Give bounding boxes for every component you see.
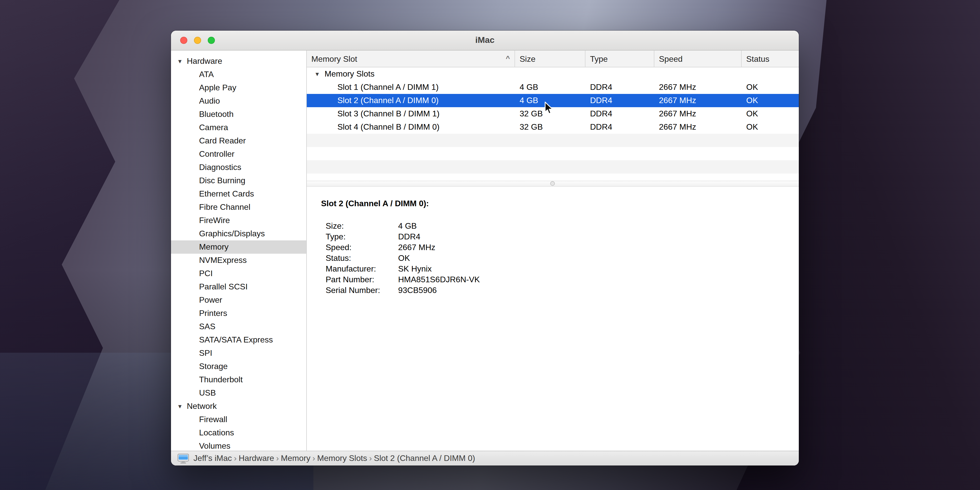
detail-field-value: OK — [398, 253, 789, 263]
sidebar-item-card-reader[interactable]: Card Reader — [171, 134, 306, 148]
column-header-speed[interactable]: Speed — [654, 51, 741, 67]
disclosure-triangle-icon[interactable]: ▼ — [177, 55, 187, 68]
table-empty-area[interactable] — [307, 134, 799, 181]
column-header-type[interactable]: Type — [585, 51, 654, 67]
sidebar-item-disc-burning[interactable]: Disc Burning — [171, 174, 306, 187]
sidebar-item-power[interactable]: Power — [171, 293, 306, 307]
disclosure-triangle-icon[interactable]: ▼ — [314, 71, 320, 77]
sidebar-item-label: Disc Burning — [199, 174, 245, 187]
sidebar-item-storage[interactable]: Storage — [171, 360, 306, 373]
cell-type: DDR4 — [585, 109, 654, 118]
disclosure-triangle-icon[interactable]: ▼ — [177, 400, 187, 413]
sidebar-item-volumes[interactable]: Volumes — [171, 439, 306, 451]
sidebar-item-thunderbolt[interactable]: Thunderbolt — [171, 373, 306, 387]
table-row-slot-2-channel-a-dimm-0[interactable]: Slot 2 (Channel A / DIMM 0)4 GBDDR42667 … — [307, 94, 799, 107]
sidebar-item-camera[interactable]: Camera — [171, 121, 306, 134]
sidebar-item-pci[interactable]: PCI — [171, 267, 306, 280]
sidebar-item-fibre-channel[interactable]: Fibre Channel — [171, 200, 306, 214]
detail-title: Slot 2 (Channel A / DIMM 0): — [321, 199, 789, 208]
group-cell: ▼Memory Slots — [307, 69, 515, 79]
cell-size: 4 GB — [515, 83, 585, 92]
column-header-status[interactable]: Status — [741, 51, 799, 67]
cell-speed: 2667 MHz — [654, 96, 741, 105]
memory-slots-table: ▼Memory SlotsSlot 1 (Channel A / DIMM 1)… — [307, 67, 799, 181]
status-bar: Jeff’s iMac›Hardware›Memory›Memory Slots… — [171, 451, 799, 466]
cell-status: OK — [741, 109, 799, 118]
sidebar-item-memory[interactable]: Memory — [171, 240, 306, 254]
sidebar-item-printers[interactable]: Printers — [171, 307, 306, 320]
sidebar-item-sata-sata-express[interactable]: SATA/SATA Express — [171, 333, 306, 347]
sidebar-item-firewire[interactable]: FireWire — [171, 214, 306, 227]
breadcrumb-item[interactable]: Hardware — [239, 454, 274, 463]
detail-fields: Size:4 GBType:DDR4Speed:2667 MHzStatus:O… — [321, 221, 789, 296]
sidebar-item-controller[interactable]: Controller — [171, 148, 306, 161]
cell-type: DDR4 — [585, 123, 654, 132]
sidebar-item-audio[interactable]: Audio — [171, 94, 306, 108]
sidebar-item-label: SAS — [199, 320, 215, 333]
cell-speed: 2667 MHz — [654, 109, 741, 118]
window-titlebar[interactable]: iMac — [171, 30, 799, 51]
cell-speed: 2667 MHz — [654, 123, 741, 132]
group-label: Memory Slots — [325, 69, 375, 79]
sidebar-item-label: Card Reader — [199, 134, 246, 148]
main-pane: Memory Slot^SizeTypeSpeedStatus ▼Memory … — [307, 51, 799, 451]
table-row-slot-3-channel-b-dimm-1[interactable]: Slot 3 (Channel B / DIMM 1)32 GBDDR42667… — [307, 107, 799, 121]
breadcrumb-item[interactable]: Jeff’s iMac — [193, 454, 232, 463]
detail-field: Serial Number:93CB5906 — [326, 285, 789, 296]
cell-slot: Slot 3 (Channel B / DIMM 1) — [307, 109, 515, 118]
column-header-label: Type — [590, 51, 608, 67]
detail-field-value: DDR4 — [398, 231, 789, 242]
desktop[interactable]: iMac ▼HardwareATAApple PayAudioBluetooth… — [0, 0, 980, 490]
sidebar-item-nvmexpress[interactable]: NVMExpress — [171, 254, 306, 267]
imac-icon — [178, 453, 189, 463]
splitter-handle-icon[interactable] — [550, 181, 555, 186]
sidebar-item-locations[interactable]: Locations — [171, 426, 306, 439]
cell-slot: Slot 1 (Channel A / DIMM 1) — [307, 83, 515, 92]
breadcrumb-separator-icon: › — [274, 454, 281, 463]
detail-field: Speed:2667 MHz — [326, 242, 789, 253]
detail-field-label: Manufacturer: — [326, 263, 398, 274]
sidebar-item-label: Graphics/Displays — [199, 227, 265, 240]
sidebar-section-hardware[interactable]: ▼Hardware — [171, 55, 306, 68]
detail-field-label: Type: — [326, 231, 398, 242]
detail-field: Part Number:HMA851S6DJR6N-VK — [326, 274, 789, 285]
sidebar-item-label: Thunderbolt — [199, 373, 243, 387]
cell-status: OK — [741, 123, 799, 132]
column-header-memory-slot[interactable]: Memory Slot^ — [307, 51, 515, 67]
table-row-slot-4-channel-b-dimm-0[interactable]: Slot 4 (Channel B / DIMM 0)32 GBDDR42667… — [307, 121, 799, 134]
sidebar-item-ethernet-cards[interactable]: Ethernet Cards — [171, 187, 306, 200]
table-row-slot-1-channel-a-dimm-1[interactable]: Slot 1 (Channel A / DIMM 1)4 GBDDR42667 … — [307, 81, 799, 94]
sidebar-item-label: FireWire — [199, 214, 230, 227]
sidebar-item-bluetooth[interactable]: Bluetooth — [171, 108, 306, 121]
sidebar-item-diagnostics[interactable]: Diagnostics — [171, 161, 306, 174]
sidebar-item-label: Locations — [199, 426, 234, 439]
sidebar-item-parallel-scsi[interactable]: Parallel SCSI — [171, 280, 306, 293]
cell-size: 32 GB — [515, 123, 585, 132]
breadcrumb-item[interactable]: Memory Slots — [317, 454, 367, 463]
sidebar-item-ata[interactable]: ATA — [171, 68, 306, 81]
pane-splitter[interactable] — [307, 181, 799, 187]
column-header-label: Status — [746, 51, 770, 67]
memory-slots-group-row[interactable]: ▼Memory Slots — [307, 67, 799, 81]
column-header-size[interactable]: Size — [515, 51, 585, 67]
sidebar-item-sas[interactable]: SAS — [171, 320, 306, 333]
table-header-row: Memory Slot^SizeTypeSpeedStatus — [307, 51, 799, 67]
sidebar-item-label: Firewall — [199, 413, 227, 426]
sidebar-item-label: Volumes — [199, 439, 231, 451]
sidebar-item-label: SPI — [199, 347, 212, 360]
breadcrumb-item[interactable]: Slot 2 (Channel A / DIMM 0) — [374, 454, 475, 463]
sidebar-item-label: Parallel SCSI — [199, 280, 248, 293]
sidebar-item-firewall[interactable]: Firewall — [171, 413, 306, 426]
sidebar-item-apple-pay[interactable]: Apple Pay — [171, 81, 306, 94]
sidebar-item-spi[interactable]: SPI — [171, 347, 306, 360]
column-header-label: Speed — [659, 51, 682, 67]
breadcrumb-separator-icon: › — [232, 454, 239, 463]
detail-field-label: Serial Number: — [326, 285, 398, 296]
sidebar-item-graphics-displays[interactable]: Graphics/Displays — [171, 227, 306, 240]
sidebar-item-usb[interactable]: USB — [171, 387, 306, 400]
breadcrumb-item[interactable]: Memory — [281, 454, 310, 463]
cell-speed: 2667 MHz — [654, 83, 741, 92]
sidebar-item-label: USB — [199, 387, 216, 400]
detail-field: Size:4 GB — [326, 221, 789, 231]
sidebar-section-network[interactable]: ▼Network — [171, 400, 306, 413]
